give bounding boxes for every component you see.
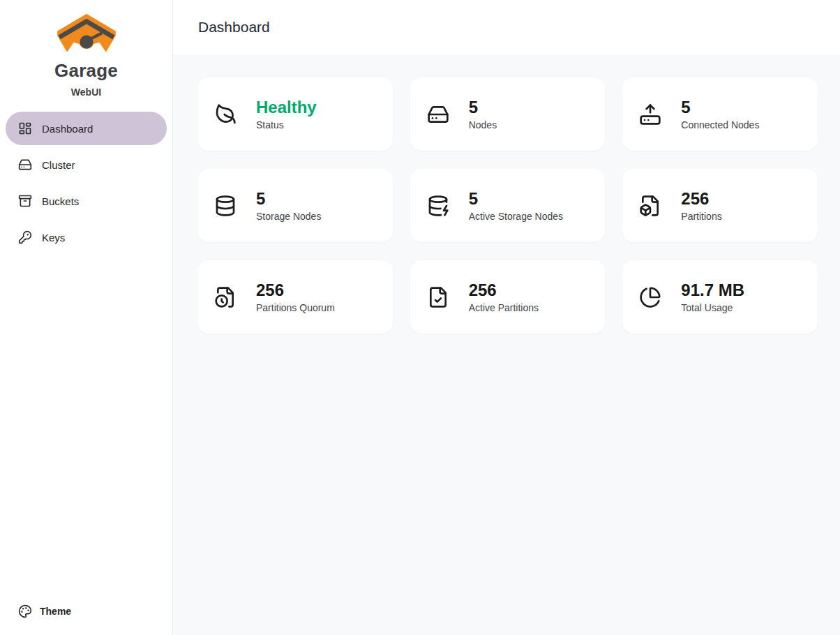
file-clock-icon — [214, 286, 237, 308]
logo-block: Garage WebUI — [6, 10, 167, 98]
file-box-icon — [639, 195, 661, 217]
stat-value: 5 — [469, 189, 563, 209]
stat-card-connected-nodes: 5 Connected Nodes — [622, 77, 818, 151]
sidebar-nav: Dashboard Cluster Buckets — [6, 112, 167, 254]
garage-logo-icon — [56, 13, 117, 56]
theme-button[interactable]: Theme — [6, 599, 167, 624]
stat-label: Status — [256, 119, 317, 130]
stat-label: Partitions — [681, 211, 721, 222]
sidebar-item-label: Buckets — [42, 195, 79, 207]
sidebar: Garage WebUI Dashboard Cluster — [0, 0, 173, 635]
sidebar-item-label: Keys — [42, 232, 65, 244]
stat-label: Active Partitions — [469, 302, 539, 313]
stat-card-partitions: 256 Partitions — [622, 169, 818, 242]
key-round-icon — [18, 230, 32, 244]
hard-drive-icon — [18, 158, 32, 172]
leaf-icon — [214, 103, 237, 126]
dashboard-content: Healthy Status 5 Nodes — [173, 54, 840, 635]
pie-chart-icon — [639, 286, 661, 308]
stat-card-total-usage: 91.7 MB Total Usage — [622, 260, 818, 334]
stats-grid: Healthy Status 5 Nodes — [197, 77, 818, 334]
stat-card-storage-nodes: 5 Storage Nodes — [197, 169, 393, 242]
stat-card-nodes: 5 Nodes — [410, 77, 606, 151]
stat-value: 256 — [681, 189, 721, 209]
stat-card-status: Healthy Status — [197, 77, 393, 151]
archive-icon — [18, 194, 32, 208]
stat-label: Active Storage Nodes — [469, 211, 563, 222]
stat-label: Partitions Quorum — [256, 302, 335, 313]
stat-value: 91.7 MB — [681, 281, 744, 300]
stat-value: 256 — [256, 281, 335, 300]
stat-value: 5 — [469, 98, 497, 117]
app-subtitle: WebUI — [6, 87, 167, 98]
sidebar-item-cluster[interactable]: Cluster — [6, 148, 167, 181]
stat-label: Nodes — [469, 119, 497, 130]
main-area: Dashboard Healthy Status — [173, 0, 840, 635]
stat-card-active-storage-nodes: 5 Active Storage Nodes — [410, 169, 606, 242]
sidebar-item-label: Dashboard — [42, 123, 93, 135]
stat-card-active-partitions: 256 Active Partitions — [410, 260, 606, 334]
sidebar-item-label: Cluster — [42, 159, 75, 171]
stat-value: Healthy — [256, 98, 317, 117]
page-title: Dashboard — [198, 19, 270, 36]
palette-icon — [18, 604, 32, 618]
stat-label: Total Usage — [681, 302, 744, 313]
stat-card-partitions-quorum: 256 Partitions Quorum — [197, 260, 393, 334]
stat-value: 5 — [681, 98, 759, 117]
stat-label: Storage Nodes — [256, 211, 321, 222]
stat-label: Connected Nodes — [681, 119, 759, 130]
layout-dashboard-icon — [18, 121, 32, 135]
app-name: Garage — [6, 60, 167, 82]
stat-value: 256 — [469, 281, 539, 300]
file-check-icon — [427, 286, 449, 308]
sidebar-item-buckets[interactable]: Buckets — [6, 184, 167, 218]
database-zap-icon — [427, 195, 449, 217]
stat-value: 5 — [256, 189, 321, 209]
hard-drive-upload-icon — [639, 103, 661, 126]
hard-drive-icon — [427, 103, 449, 126]
page-header: Dashboard — [173, 0, 840, 54]
sidebar-item-dashboard[interactable]: Dashboard — [6, 112, 167, 145]
sidebar-item-keys[interactable]: Keys — [6, 221, 167, 254]
database-icon — [214, 195, 237, 217]
theme-label: Theme — [40, 606, 71, 617]
